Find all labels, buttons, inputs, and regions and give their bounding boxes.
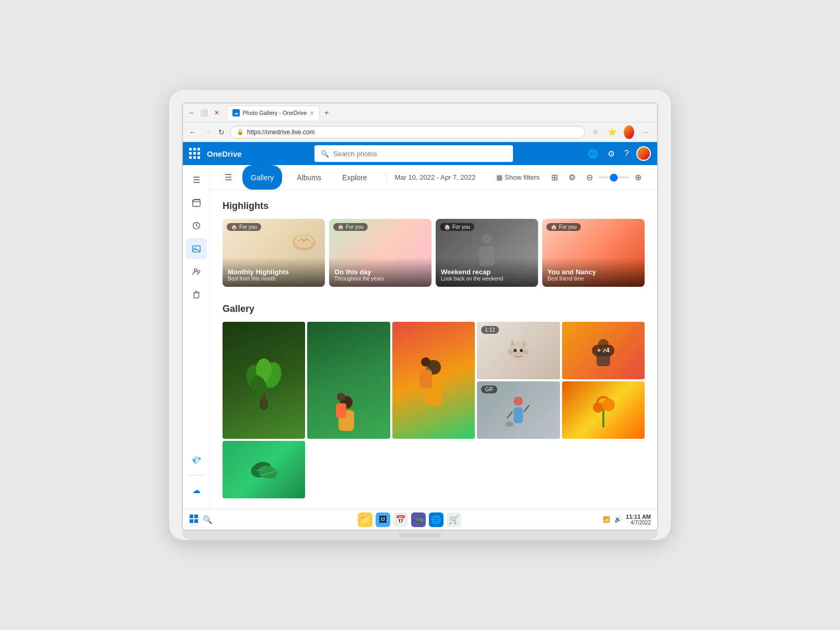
svg-rect-55 bbox=[190, 519, 193, 523]
svg-line-41 bbox=[507, 412, 512, 418]
user-avatar-appbar[interactable] bbox=[636, 146, 651, 161]
svg-marker-18 bbox=[510, 339, 514, 345]
svg-point-29 bbox=[337, 393, 345, 401]
minimize-button[interactable]: ─ bbox=[187, 107, 196, 119]
hamburger-button[interactable]: ☰ bbox=[223, 170, 234, 184]
favorites-icon[interactable]: ☆ bbox=[588, 125, 603, 139]
for-you-badge: 🏠 For you bbox=[333, 223, 368, 231]
taskbar-app-meet[interactable]: 📹 bbox=[411, 512, 426, 527]
waffle-dot bbox=[193, 152, 196, 155]
svg-rect-54 bbox=[194, 515, 198, 518]
taskbar-app-store[interactable]: 🛒 bbox=[447, 512, 461, 527]
svg-point-48 bbox=[602, 399, 615, 411]
gallery-title: Gallery bbox=[223, 304, 645, 314]
tab-explore[interactable]: Explore bbox=[336, 165, 373, 190]
tab-close-button[interactable]: ✕ bbox=[310, 110, 314, 116]
more-options-button[interactable]: ··· bbox=[638, 125, 653, 139]
refresh-button[interactable]: ↻ bbox=[216, 126, 227, 138]
for-you-badge: 🏠 For you bbox=[227, 223, 261, 231]
card-text-youandnancy: You and Nancy Best friend time bbox=[542, 258, 645, 287]
card-subtitle: Best from this month bbox=[228, 276, 320, 282]
tab-favicon: ☁ bbox=[232, 109, 240, 116]
zoom-slider[interactable] bbox=[598, 177, 629, 178]
volume-icon: 🔊 bbox=[614, 516, 622, 523]
date-range: Mar 10, 2022 - Apr 7, 2022 bbox=[386, 173, 476, 181]
tab-title: Photo Gallery - OneDrive bbox=[243, 110, 307, 116]
for-you-icon: 🏠 bbox=[337, 224, 344, 230]
gallery-grid: 1:12 bbox=[223, 322, 645, 498]
waffle-dot bbox=[189, 156, 192, 159]
taskbar-app-files[interactable]: 📁 bbox=[358, 512, 372, 527]
gallery-item-family[interactable] bbox=[307, 322, 390, 439]
svg-rect-6 bbox=[194, 293, 199, 298]
gallery-item-plant[interactable] bbox=[223, 322, 305, 439]
help-icon[interactable]: ? bbox=[622, 147, 631, 160]
close-button[interactable]: ✕ bbox=[212, 107, 221, 119]
highlight-card-onthisday[interactable]: 🏠 For you On this day Throughout the yea… bbox=[329, 219, 431, 287]
new-tab-button[interactable]: + bbox=[321, 108, 332, 118]
gallery-item-happy[interactable]: + 24 bbox=[562, 322, 645, 379]
taskbar-app-calendar[interactable]: 📅 bbox=[393, 512, 408, 527]
highlight-card-monthly[interactable]: 🏠 For you Monthly Highlights Best from t… bbox=[223, 219, 325, 287]
address-bar[interactable]: 🔒 https://onedrive.live.com bbox=[230, 126, 585, 138]
video-badge: 1:12 bbox=[481, 326, 498, 334]
sidebar-item-premium[interactable]: 💎 bbox=[186, 450, 207, 471]
gallery-item-father[interactable] bbox=[392, 322, 475, 439]
svg-point-39 bbox=[514, 396, 523, 406]
browser-nav: ← → ↻ 🔒 https://onedrive.live.com ☆ ⭐ ··… bbox=[183, 122, 657, 142]
sidebar-item-photos[interactable] bbox=[186, 238, 207, 259]
waffle-menu-button[interactable] bbox=[189, 148, 201, 159]
maximize-button[interactable]: ⬜ bbox=[198, 107, 210, 119]
settings-view-button[interactable]: ⚙ bbox=[565, 170, 579, 184]
search-bar[interactable]: 🔍 bbox=[314, 145, 513, 162]
waffle-dot bbox=[197, 152, 200, 155]
taskbar-app-photos[interactable]: 🖼 bbox=[376, 512, 390, 527]
gallery-item-gif[interactable]: GIF bbox=[477, 381, 559, 439]
tab-albums[interactable]: Albums bbox=[290, 165, 328, 190]
search-icon: 🔍 bbox=[321, 150, 329, 158]
sidebar-item-menu[interactable]: ☰ bbox=[186, 169, 207, 190]
settings-icon[interactable]: ⚙ bbox=[605, 147, 617, 161]
svg-rect-10 bbox=[479, 246, 495, 266]
taskbar-app-edge[interactable]: 🌐 bbox=[429, 512, 444, 527]
filter-icon: ▦ bbox=[496, 173, 503, 181]
tab-gallery[interactable]: Gallery bbox=[242, 165, 282, 190]
zoom-in-button[interactable]: ⊕ bbox=[632, 171, 645, 183]
app-bar-actions: 🌐 ⚙ ? bbox=[586, 146, 651, 161]
view-toggle-button[interactable]: ⊞ bbox=[548, 170, 561, 184]
gallery-item-cat[interactable]: 1:12 bbox=[477, 322, 559, 379]
search-input[interactable] bbox=[333, 150, 507, 158]
for-you-icon: 🏠 bbox=[444, 224, 450, 230]
sidebar-item-shared[interactable] bbox=[186, 261, 207, 282]
forward-button[interactable]: → bbox=[202, 126, 213, 138]
profile-button[interactable] bbox=[622, 125, 636, 139]
svg-point-9 bbox=[482, 234, 492, 244]
sidebar-item-recycle[interactable] bbox=[186, 284, 207, 305]
for-you-badge: 🏠 For you bbox=[546, 223, 581, 231]
sidebar-item-files[interactable] bbox=[186, 192, 207, 213]
card-subtitle: Best friend time bbox=[547, 276, 639, 282]
taskbar: 🔍 📁 🖼 📅 📹 🌐 🛒 📶 🔊 11:11 AM 4/7/2022 bbox=[183, 509, 657, 530]
start-button[interactable] bbox=[189, 514, 199, 526]
active-tab[interactable]: ☁ Photo Gallery - OneDrive ✕ bbox=[227, 106, 320, 120]
gallery-item-flowers[interactable] bbox=[562, 381, 645, 439]
highlight-card-weekend[interactable]: 🏠 For you Weekend recap Look back on the… bbox=[436, 219, 538, 287]
taskbar-search-button[interactable]: 🔍 bbox=[203, 515, 213, 524]
sidebar-item-sync[interactable]: ☁ bbox=[186, 480, 207, 500]
date-display: 4/7/2022 bbox=[626, 520, 651, 526]
highlight-card-youandnancy[interactable]: 🏠 For you You and Nancy Best friend time bbox=[542, 219, 645, 287]
taskbar-clock[interactable]: 11:11 AM 4/7/2022 bbox=[626, 514, 651, 526]
main-content: ☰ Gallery Albums Explore Mar 10, 2022 - … bbox=[210, 165, 657, 509]
sidebar: ☰ 💎 ☁ bbox=[183, 165, 210, 509]
gallery-item-leaves[interactable] bbox=[223, 441, 305, 498]
waffle-dot bbox=[197, 156, 200, 159]
svg-point-33 bbox=[598, 339, 609, 349]
back-button[interactable]: ← bbox=[187, 126, 199, 138]
show-filters-button[interactable]: ▦ Show filters bbox=[492, 171, 544, 183]
collections-icon[interactable]: ⭐ bbox=[605, 125, 620, 139]
for-you-icon: 🏠 bbox=[551, 224, 557, 230]
sidebar-item-recent[interactable] bbox=[186, 215, 207, 236]
svg-rect-0 bbox=[192, 200, 200, 207]
network-icon[interactable]: 🌐 bbox=[586, 147, 600, 161]
zoom-out-button[interactable]: ⊖ bbox=[583, 171, 596, 183]
